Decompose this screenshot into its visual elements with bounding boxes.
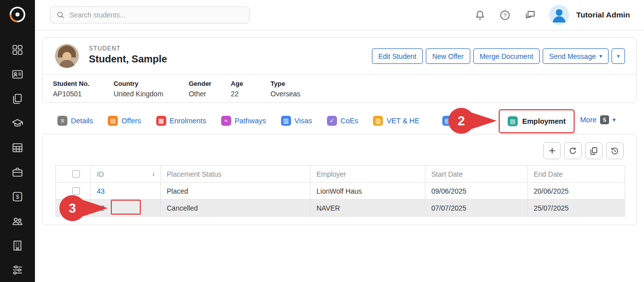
student-actions: Edit Student New Offer Merge Document Se… bbox=[372, 48, 625, 64]
add-record-button[interactable] bbox=[543, 142, 561, 159]
tab-enrolments[interactable]: ▦Enrolments bbox=[156, 116, 206, 126]
annotation-arrow-step-2: 2 bbox=[448, 107, 498, 135]
vet-he-icon: ▥ bbox=[373, 116, 383, 126]
row-checkbox[interactable] bbox=[72, 187, 80, 195]
tab-offers[interactable]: ▤Offers bbox=[108, 116, 141, 126]
courses-icon[interactable] bbox=[11, 117, 23, 129]
employment-icon: ▤ bbox=[508, 116, 518, 126]
user-avatar bbox=[549, 5, 569, 25]
annotation-step-number: 2 bbox=[448, 107, 475, 135]
student-tabs: ≡Details ▤Offers ▦Enrolments ≈Pathways ▥… bbox=[57, 109, 419, 132]
select-all-checkbox[interactable] bbox=[72, 170, 80, 178]
cell-employer: LionWolf Haus bbox=[311, 183, 425, 200]
new-offer-button[interactable]: New Offer bbox=[426, 48, 470, 64]
edit-student-button[interactable]: Edit Student bbox=[372, 48, 423, 64]
tab-visas[interactable]: ▥Visas bbox=[281, 116, 312, 126]
tab-coes[interactable]: ✓CoEs bbox=[327, 116, 358, 126]
col-id: ID bbox=[97, 170, 104, 178]
grid-toolbar bbox=[543, 142, 624, 159]
sidebar: $ bbox=[0, 0, 35, 282]
search-icon bbox=[56, 10, 65, 19]
employment-panel: ID↓ Placement Status Employer Start Date… bbox=[42, 134, 637, 225]
topbar: ? Tutorial Admin bbox=[35, 0, 644, 30]
app-window: $ ? Tutorial Admin STUDENT bbox=[0, 0, 644, 282]
user-name: Tutorial Admin bbox=[576, 10, 630, 19]
enrolments-icon: ▦ bbox=[156, 116, 166, 126]
more-actions-caret-button[interactable]: ▾ bbox=[612, 48, 625, 64]
student-type-label: STUDENT bbox=[89, 45, 121, 52]
cell-start: 09/06/2025 bbox=[425, 183, 528, 200]
tab-vet-he[interactable]: ▥VET & HE bbox=[373, 116, 419, 126]
tab-pathways[interactable]: ≈Pathways bbox=[221, 116, 266, 126]
col-start-date: Start Date bbox=[425, 166, 528, 183]
finance-icon[interactable]: $ bbox=[11, 191, 23, 203]
sort-desc-icon[interactable]: ↓ bbox=[152, 169, 155, 177]
topbar-right: ? Tutorial Admin bbox=[474, 0, 630, 30]
search-input[interactable] bbox=[69, 11, 243, 19]
coes-icon: ✓ bbox=[327, 116, 337, 126]
more-count-badge: 5 bbox=[600, 115, 609, 124]
cell-start: 07/07/2025 bbox=[425, 200, 528, 217]
annotation-arrow-step-3: 3 bbox=[59, 194, 109, 222]
cell-employer: NAVER bbox=[311, 200, 425, 217]
chat-icon[interactable] bbox=[524, 9, 536, 21]
agents-icon[interactable] bbox=[11, 215, 23, 227]
cell-end: 25/07/2025 bbox=[528, 200, 625, 217]
pathways-icon: ≈ bbox=[221, 116, 231, 126]
cell-end: 20/06/2025 bbox=[528, 183, 625, 200]
col-end-date: End Date bbox=[528, 166, 625, 183]
settings-sliders-icon[interactable] bbox=[11, 264, 23, 276]
visas-icon: ▥ bbox=[281, 116, 291, 126]
plus-icon bbox=[547, 146, 557, 156]
history-icon bbox=[610, 146, 620, 156]
reports-icon[interactable] bbox=[11, 142, 23, 154]
student-header-card: STUDENT Student, Sample Edit Student New… bbox=[42, 37, 637, 103]
dashboard-icon[interactable] bbox=[11, 44, 23, 56]
table-row: 42 Cancelled NAVER 07/07/2025 25/07/2025 bbox=[56, 200, 625, 217]
employers-icon[interactable] bbox=[11, 166, 23, 178]
cell-status: Cancelled bbox=[161, 200, 311, 217]
chevron-down-icon: ▾ bbox=[613, 116, 616, 123]
table-row: 43 Placed LionWolf Haus 09/06/2025 20/06… bbox=[56, 183, 625, 200]
search-box[interactable] bbox=[50, 6, 250, 23]
refresh-icon bbox=[568, 146, 578, 156]
tab-more[interactable]: More 5 ▾ bbox=[580, 115, 616, 124]
copy-button[interactable] bbox=[585, 142, 603, 159]
tab-employment[interactable]: ▤ Employment bbox=[499, 109, 575, 133]
help-icon[interactable]: ? bbox=[499, 9, 511, 21]
user-menu[interactable]: Tutorial Admin bbox=[549, 5, 630, 25]
chevron-down-icon: ▾ bbox=[617, 53, 620, 59]
copy-icon bbox=[589, 146, 599, 156]
history-button[interactable] bbox=[606, 142, 624, 159]
app-logo[interactable] bbox=[7, 4, 27, 24]
cell-status: Placed bbox=[161, 183, 311, 200]
col-placement-status: Placement Status bbox=[161, 166, 311, 183]
merge-document-button[interactable]: Merge Document bbox=[473, 48, 540, 64]
details-icon: ≡ bbox=[57, 116, 67, 126]
contacts-icon[interactable] bbox=[11, 68, 23, 80]
sidebar-nav: $ bbox=[0, 44, 35, 276]
table-header-row: ID↓ Placement Status Employer Start Date… bbox=[56, 166, 625, 183]
refresh-button[interactable] bbox=[564, 142, 582, 159]
documents-icon[interactable] bbox=[11, 93, 23, 105]
employment-table: ID↓ Placement Status Employer Start Date… bbox=[55, 165, 625, 217]
info-country: CountryUnited Kingdom bbox=[113, 80, 186, 98]
info-gender: GenderOther bbox=[189, 80, 229, 98]
offers-icon: ▤ bbox=[108, 116, 118, 126]
student-name: Student, Sample bbox=[89, 53, 167, 65]
info-student-no: Student No.AP10501 bbox=[53, 80, 111, 98]
tab-details[interactable]: ≡Details bbox=[57, 116, 93, 126]
info-age: Age22 bbox=[231, 80, 268, 98]
student-photo bbox=[55, 44, 79, 68]
annotation-step-number: 3 bbox=[59, 194, 86, 222]
col-employer: Employer bbox=[311, 166, 425, 183]
notifications-bell-icon[interactable] bbox=[474, 9, 486, 21]
campus-icon[interactable] bbox=[11, 240, 23, 252]
svg-text:$: $ bbox=[16, 194, 19, 200]
svg-text:?: ? bbox=[504, 12, 507, 18]
send-message-button[interactable]: Send Message▾ bbox=[543, 48, 609, 64]
chevron-down-icon: ▾ bbox=[599, 53, 602, 59]
student-info-row: Student No.AP10501 CountryUnited Kingdom… bbox=[43, 74, 636, 103]
info-type: TypeOverseas bbox=[271, 80, 301, 98]
